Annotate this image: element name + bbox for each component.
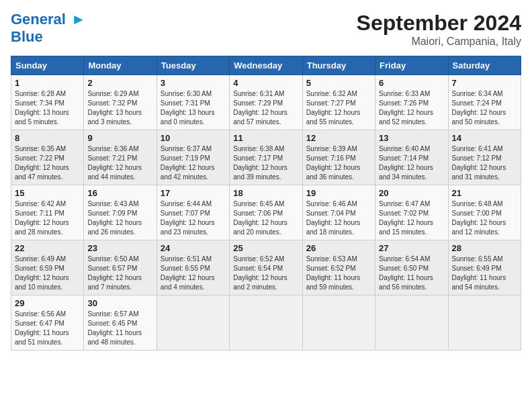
day-number: 13 [379, 133, 444, 143]
day-info: Sunrise: 6:30 AMSunset: 7:31 PMDaylight:… [161, 89, 226, 127]
day-info: Sunrise: 6:54 AMSunset: 6:50 PMDaylight:… [379, 255, 444, 292]
day-info: Sunrise: 6:29 AMSunset: 7:32 PMDaylight:… [87, 89, 152, 127]
day-number: 17 [161, 188, 226, 198]
day-number: 5 [306, 78, 371, 88]
calendar-cell: 12Sunrise: 6:39 AMSunset: 7:16 PMDayligh… [302, 130, 375, 185]
day-info: Sunrise: 6:47 AMSunset: 7:02 PMDaylight:… [379, 199, 444, 237]
logo-subtext: Blue [11, 28, 86, 46]
calendar-cell: 25Sunrise: 6:52 AMSunset: 6:54 PMDayligh… [230, 240, 302, 295]
day-number: 6 [379, 78, 444, 88]
logo: General ► Blue [11, 11, 86, 46]
day-number: 21 [452, 188, 517, 198]
col-header-sunday: Sunday [11, 56, 84, 75]
calendar-cell: 27Sunrise: 6:54 AMSunset: 6:50 PMDayligh… [375, 240, 448, 295]
calendar-cell: 16Sunrise: 6:43 AMSunset: 7:09 PMDayligh… [84, 185, 157, 240]
day-number: 14 [452, 133, 517, 143]
day-number: 29 [15, 298, 80, 308]
calendar-cell: 1Sunrise: 6:28 AMSunset: 7:34 PMDaylight… [11, 75, 84, 130]
day-number: 20 [379, 188, 444, 198]
day-number: 9 [87, 133, 152, 143]
calendar-header-row: SundayMondayTuesdayWednesdayThursdayFrid… [11, 56, 521, 75]
day-info: Sunrise: 6:56 AMSunset: 6:47 PMDaylight:… [15, 310, 80, 347]
calendar-week-row: 29Sunrise: 6:56 AMSunset: 6:47 PMDayligh… [11, 295, 521, 351]
day-info: Sunrise: 6:31 AMSunset: 7:29 PMDaylight:… [233, 89, 298, 127]
day-info: Sunrise: 6:38 AMSunset: 7:17 PMDaylight:… [233, 144, 298, 182]
day-info: Sunrise: 6:48 AMSunset: 7:00 PMDaylight:… [452, 199, 517, 237]
day-info: Sunrise: 6:52 AMSunset: 6:54 PMDaylight:… [233, 255, 298, 292]
calendar-cell: 15Sunrise: 6:42 AMSunset: 7:11 PMDayligh… [11, 185, 84, 240]
calendar-cell [157, 295, 229, 351]
day-info: Sunrise: 6:40 AMSunset: 7:14 PMDaylight:… [379, 144, 444, 182]
day-info: Sunrise: 6:32 AMSunset: 7:27 PMDaylight:… [306, 89, 371, 127]
col-header-saturday: Saturday [448, 56, 521, 75]
day-info: Sunrise: 6:49 AMSunset: 6:59 PMDaylight:… [15, 255, 80, 292]
day-info: Sunrise: 6:53 AMSunset: 6:52 PMDaylight:… [306, 255, 371, 292]
calendar-cell: 26Sunrise: 6:53 AMSunset: 6:52 PMDayligh… [302, 240, 375, 295]
day-info: Sunrise: 6:50 AMSunset: 6:57 PMDaylight:… [87, 255, 152, 292]
calendar-cell: 2Sunrise: 6:29 AMSunset: 7:32 PMDaylight… [84, 75, 157, 130]
calendar-cell: 17Sunrise: 6:44 AMSunset: 7:07 PMDayligh… [157, 185, 229, 240]
calendar-cell: 21Sunrise: 6:48 AMSunset: 7:00 PMDayligh… [448, 185, 521, 240]
calendar-cell: 6Sunrise: 6:33 AMSunset: 7:26 PMDaylight… [375, 75, 448, 130]
day-number: 23 [87, 243, 152, 253]
calendar-cell: 11Sunrise: 6:38 AMSunset: 7:17 PMDayligh… [230, 130, 302, 185]
location-title: Maiori, Campania, Italy [357, 36, 521, 48]
day-info: Sunrise: 6:43 AMSunset: 7:09 PMDaylight:… [87, 199, 152, 237]
day-number: 24 [161, 243, 226, 253]
calendar-cell: 30Sunrise: 6:57 AMSunset: 6:45 PMDayligh… [84, 295, 157, 351]
day-number: 27 [379, 243, 444, 253]
calendar-cell: 19Sunrise: 6:46 AMSunset: 7:04 PMDayligh… [302, 185, 375, 240]
calendar-week-row: 8Sunrise: 6:35 AMSunset: 7:22 PMDaylight… [11, 130, 521, 185]
calendar-cell: 18Sunrise: 6:45 AMSunset: 7:06 PMDayligh… [230, 185, 302, 240]
day-info: Sunrise: 6:44 AMSunset: 7:07 PMDaylight:… [161, 199, 226, 237]
logo-text: General ► [11, 11, 86, 28]
calendar-cell [302, 295, 375, 351]
day-info: Sunrise: 6:36 AMSunset: 7:21 PMDaylight:… [87, 144, 152, 182]
calendar-cell: 9Sunrise: 6:36 AMSunset: 7:21 PMDaylight… [84, 130, 157, 185]
page-header: General ► Blue September 2024 Maiori, Ca… [11, 11, 521, 48]
day-number: 4 [233, 78, 298, 88]
day-info: Sunrise: 6:45 AMSunset: 7:06 PMDaylight:… [233, 199, 298, 237]
calendar-cell: 3Sunrise: 6:30 AMSunset: 7:31 PMDaylight… [157, 75, 229, 130]
col-header-thursday: Thursday [302, 56, 375, 75]
day-info: Sunrise: 6:42 AMSunset: 7:11 PMDaylight:… [15, 199, 80, 237]
day-number: 2 [87, 78, 152, 88]
day-number: 16 [87, 188, 152, 198]
calendar-cell: 22Sunrise: 6:49 AMSunset: 6:59 PMDayligh… [11, 240, 84, 295]
calendar-cell: 5Sunrise: 6:32 AMSunset: 7:27 PMDaylight… [302, 75, 375, 130]
title-section: September 2024 Maiori, Campania, Italy [357, 11, 521, 48]
col-header-tuesday: Tuesday [157, 56, 229, 75]
day-number: 1 [15, 78, 80, 88]
day-info: Sunrise: 6:57 AMSunset: 6:45 PMDaylight:… [87, 310, 152, 347]
calendar-cell: 28Sunrise: 6:55 AMSunset: 6:49 PMDayligh… [448, 240, 521, 295]
month-title: September 2024 [357, 11, 521, 36]
calendar-cell: 23Sunrise: 6:50 AMSunset: 6:57 PMDayligh… [84, 240, 157, 295]
calendar-cell: 20Sunrise: 6:47 AMSunset: 7:02 PMDayligh… [375, 185, 448, 240]
day-number: 3 [161, 78, 226, 88]
day-number: 12 [306, 133, 371, 143]
col-header-wednesday: Wednesday [230, 56, 302, 75]
day-number: 18 [233, 188, 298, 198]
calendar-cell [448, 295, 521, 351]
calendar-table: SundayMondayTuesdayWednesdayThursdayFrid… [11, 56, 521, 351]
day-info: Sunrise: 6:34 AMSunset: 7:24 PMDaylight:… [452, 89, 517, 127]
day-info: Sunrise: 6:35 AMSunset: 7:22 PMDaylight:… [15, 144, 80, 182]
calendar-cell: 13Sunrise: 6:40 AMSunset: 7:14 PMDayligh… [375, 130, 448, 185]
day-number: 19 [306, 188, 371, 198]
day-number: 11 [233, 133, 298, 143]
day-info: Sunrise: 6:41 AMSunset: 7:12 PMDaylight:… [452, 144, 517, 182]
day-info: Sunrise: 6:33 AMSunset: 7:26 PMDaylight:… [379, 89, 444, 127]
day-info: Sunrise: 6:28 AMSunset: 7:34 PMDaylight:… [15, 89, 80, 127]
day-info: Sunrise: 6:51 AMSunset: 6:55 PMDaylight:… [161, 255, 226, 292]
calendar-cell: 29Sunrise: 6:56 AMSunset: 6:47 PMDayligh… [11, 295, 84, 351]
calendar-cell: 7Sunrise: 6:34 AMSunset: 7:24 PMDaylight… [448, 75, 521, 130]
calendar-week-row: 1Sunrise: 6:28 AMSunset: 7:34 PMDaylight… [11, 75, 521, 130]
day-info: Sunrise: 6:55 AMSunset: 6:49 PMDaylight:… [452, 255, 517, 292]
calendar-cell: 10Sunrise: 6:37 AMSunset: 7:19 PMDayligh… [157, 130, 229, 185]
day-number: 25 [233, 243, 298, 253]
day-info: Sunrise: 6:39 AMSunset: 7:16 PMDaylight:… [306, 144, 371, 182]
calendar-cell: 4Sunrise: 6:31 AMSunset: 7:29 PMDaylight… [230, 75, 302, 130]
calendar-cell: 24Sunrise: 6:51 AMSunset: 6:55 PMDayligh… [157, 240, 229, 295]
day-number: 15 [15, 188, 80, 198]
day-number: 7 [452, 78, 517, 88]
